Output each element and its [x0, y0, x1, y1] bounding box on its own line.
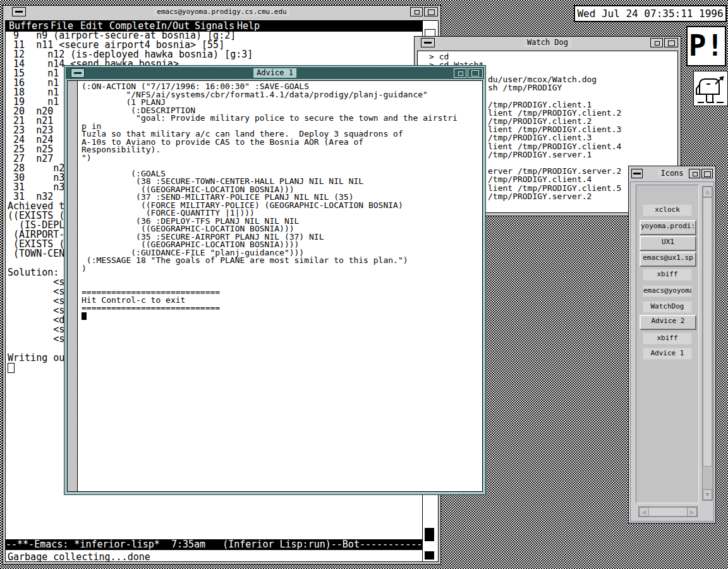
window-title: Icons [657, 169, 686, 178]
small-square-icon [655, 41, 660, 46]
icons-panel-body: xclock yoyoma.prodi: UX1 emacs@ux1.sp xb… [630, 181, 714, 522]
emacs-hollow-cursor [8, 363, 15, 373]
dash-icon [15, 11, 23, 13]
scroll-left-arrow[interactable]: ◁ [639, 507, 649, 517]
dash-icon [633, 173, 641, 174]
hscroll-thumb[interactable] [648, 507, 688, 517]
large-square-icon [471, 70, 479, 76]
watchdog-titlebar[interactable]: Watch Dog [416, 37, 679, 49]
scrollbar-thumb-echo[interactable] [425, 551, 434, 560]
advice1-terminal[interactable]: (:ON-ACTION ("7/17/1996: 16:00:30" :SAVE… [67, 80, 483, 492]
icons-titlebar[interactable]: Icons [630, 168, 714, 180]
large-square-icon [668, 40, 675, 46]
scroll-up-arrow[interactable]: △ [703, 187, 712, 197]
emacs-modeline: --**-Emacs: *inferior-lisp* 7:35am (Infe… [6, 539, 423, 550]
window-menu-button[interactable] [71, 68, 85, 78]
icon-button-advice1[interactable]: Advice 1 [643, 348, 692, 360]
xbiff-mailbox-icon[interactable] [693, 71, 728, 106]
maximize-button[interactable] [664, 38, 678, 47]
icon-button-advice2[interactable]: Advice 2 [640, 315, 696, 330]
dash-icon [74, 72, 82, 74]
small-square-icon [415, 10, 420, 15]
large-square-icon [428, 9, 435, 15]
iconify-button[interactable] [689, 169, 700, 178]
window-menu-button[interactable] [12, 7, 26, 16]
small-square-icon [458, 71, 463, 76]
scroll-right-arrow[interactable]: ▷ [687, 507, 697, 517]
advice1-scrollbar[interactable] [68, 81, 78, 491]
icon-button-yoyoma[interactable]: yoyoma.prodi: [640, 220, 696, 235]
emacs-titlebar[interactable]: emacs@yoyoma.prodigy.cs.cmu.edu [4, 6, 439, 19]
window-title: Advice 1 [253, 68, 296, 78]
xclock-window: Wed Jul 24 07:35:11 1996 [574, 5, 727, 22]
iconify-button[interactable] [454, 68, 466, 78]
icons-hscrollbar[interactable]: ◁ ▷ [638, 506, 698, 517]
advice1-block-cursor [82, 312, 87, 320]
maximize-button[interactable] [424, 7, 438, 16]
iconify-button[interactable] [650, 38, 663, 47]
prodigy-icon[interactable]: P! [686, 26, 726, 66]
mailbox-icon [694, 71, 727, 106]
menu-help[interactable]: Help [237, 21, 260, 31]
maximize-button[interactable] [468, 68, 483, 78]
advice1-window: Advice 1 (:ON-ACTION ("7/17/1996: 16:00:… [64, 65, 486, 495]
icons-list: xclock yoyoma.prodi: UX1 emacs@ux1.sp xb… [636, 185, 699, 503]
icons-vscrollbar[interactable]: △ ▽ [702, 186, 713, 501]
vscroll-thumb[interactable] [703, 197, 712, 467]
watchdog-log-text: du/user/mcox/Watch.dog sh /tmp/PRODIGY /… [488, 75, 621, 200]
maximize-button[interactable] [701, 169, 713, 178]
window-title: emacs@yoyoma.prodigy.cs.cmu.edu [154, 7, 289, 16]
modeline-text: --**-Emacs: *inferior-lisp* 7:35am (Infe… [6, 539, 423, 550]
icon-button-emacs-yoyoma[interactable]: emacs@yoyoma [643, 285, 692, 297]
dash-icon [424, 42, 432, 44]
icon-button-xbiff-1[interactable]: xbiff [643, 269, 692, 281]
icon-button-xclock[interactable]: xclock [643, 204, 692, 216]
icon-button-ux1[interactable]: UX1 [640, 236, 696, 251]
window-title: Watch Dog [524, 38, 571, 47]
scroll-down-arrow[interactable]: ▽ [703, 489, 712, 500]
desktop-background: { "colors": { "teal_titlebar": "#558c8c"… [0, 0, 728, 569]
emacs-echo-area: Garbage collecting...done [8, 552, 150, 562]
small-square-icon [693, 172, 698, 176]
icons-window: Icons xclock yoyoma.prodi: UX1 emacs@ux1… [628, 166, 716, 523]
large-square-icon [704, 171, 711, 177]
window-menu-button[interactable] [421, 38, 435, 47]
advice1-text: (:ON-ACTION ("7/17/1996: 16:00:30" :SAVE… [82, 83, 458, 312]
icon-button-xbiff-2[interactable]: xbiff [643, 333, 692, 345]
iconify-button[interactable] [410, 7, 423, 16]
icon-button-watchdog[interactable]: WatchDog [643, 301, 692, 313]
scrollbar-thumb-modeline[interactable] [425, 528, 434, 541]
icon-button-emacs-ux1[interactable]: emacs@ux1.sp [640, 252, 696, 267]
window-menu-button[interactable] [631, 169, 643, 178]
advice1-titlebar[interactable]: Advice 1 [66, 67, 484, 79]
